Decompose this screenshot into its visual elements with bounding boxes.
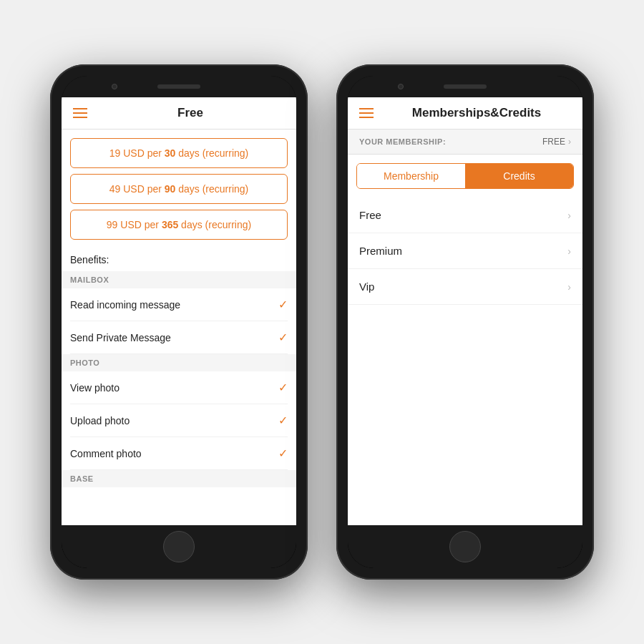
- plan-365-suffix: days (recurring): [178, 219, 251, 230]
- membership-list: Free › Premium › Vip ›: [348, 197, 582, 525]
- tab-credits[interactable]: Credits: [465, 164, 573, 188]
- list-item-vip-label: Vip: [359, 280, 374, 293]
- list-item-free-label: Free: [359, 209, 381, 221]
- list-item-vip-chevron: ›: [567, 281, 571, 293]
- plan-365-option[interactable]: 99 USD per 365 days (recurring): [70, 210, 288, 240]
- check-view-photo-icon: ✓: [278, 381, 288, 394]
- plan-90-prefix: 49 USD per: [109, 183, 165, 195]
- plan-365-prefix: 99 USD per: [107, 219, 162, 230]
- phone-2: Memberships&Credits YOUR MEMBERSHIP: FRE…: [336, 64, 594, 580]
- phone-2-screen: Memberships&Credits YOUR MEMBERSHIP: FRE…: [348, 97, 582, 525]
- tab-membership[interactable]: Membership: [357, 164, 465, 188]
- benefit-upload-photo: Upload photo ✓: [70, 404, 288, 437]
- benefit-read-message: Read incoming message ✓: [70, 288, 288, 321]
- scene: Free 19 USD per 30 days (recurring) 49 U…: [50, 64, 594, 580]
- benefit-send-message: Send Private Message ✓: [70, 321, 288, 354]
- plan-90-option[interactable]: 49 USD per 90 days (recurring): [70, 174, 288, 204]
- plan-30-prefix: 19 USD per: [109, 147, 165, 159]
- membership-banner-value: FREE ›: [542, 137, 571, 147]
- home-button-1[interactable]: [163, 531, 195, 562]
- benefits-section: Benefits: MAILBOX Read incoming message …: [62, 248, 296, 525]
- benefit-view-photo: View photo ✓: [70, 371, 288, 404]
- phone-2-top-bar: [348, 76, 582, 97]
- section-photo: PHOTO: [62, 354, 296, 371]
- phone-1-header: Free: [62, 97, 296, 130]
- membership-current-value: FREE: [542, 137, 565, 147]
- phone-1-title: Free: [96, 106, 285, 120]
- camera-2: [398, 84, 404, 89]
- phone-2-title: Memberships&Credits: [382, 106, 571, 120]
- list-item-premium-chevron: ›: [567, 245, 571, 257]
- phone-2-bottom: [348, 525, 582, 568]
- benefit-comment-photo-label: Comment photo: [70, 448, 142, 459]
- plan-30-suffix: days (recurring): [175, 147, 248, 159]
- membership-chevron-icon: ›: [568, 137, 571, 147]
- menu-icon-1[interactable]: [73, 108, 87, 118]
- list-item-vip[interactable]: Vip ›: [348, 269, 582, 305]
- check-read-message-icon: ✓: [278, 298, 288, 311]
- list-item-free-chevron: ›: [567, 210, 571, 221]
- list-item-premium-label: Premium: [359, 245, 402, 257]
- phone-1-screen: Free 19 USD per 30 days (recurring) 49 U…: [62, 97, 296, 525]
- phone-1-bottom: [62, 525, 296, 568]
- section-mailbox: MAILBOX: [62, 271, 296, 288]
- plan-90-days: 90: [165, 183, 176, 195]
- menu-icon-2[interactable]: [359, 108, 374, 118]
- speaker-2: [444, 84, 487, 89]
- benefits-label: Benefits:: [70, 254, 288, 271]
- list-item-premium[interactable]: Premium ›: [348, 233, 582, 269]
- plan-30-days: 30: [165, 147, 176, 159]
- plan-30-option[interactable]: 19 USD per 30 days (recurring): [70, 138, 288, 168]
- check-comment-photo-icon: ✓: [278, 447, 288, 460]
- plan-options: 19 USD per 30 days (recurring) 49 USD pe…: [62, 130, 296, 248]
- benefit-send-message-label: Send Private Message: [70, 332, 171, 343]
- benefit-read-message-label: Read incoming message: [70, 299, 180, 311]
- list-item-free[interactable]: Free ›: [348, 197, 582, 233]
- phone-1-top-bar: [62, 76, 296, 97]
- check-send-message-icon: ✓: [278, 331, 288, 344]
- membership-banner-label: YOUR MEMBERSHIP:: [359, 137, 446, 146]
- phone-2-inner: Memberships&Credits YOUR MEMBERSHIP: FRE…: [348, 76, 582, 568]
- camera-1: [112, 84, 117, 89]
- benefit-comment-photo: Comment photo ✓: [70, 437, 288, 470]
- plan-90-suffix: days (recurring): [175, 183, 248, 195]
- speaker-1: [157, 84, 200, 89]
- plan-365-days: 365: [162, 219, 178, 230]
- check-upload-photo-icon: ✓: [278, 414, 288, 427]
- section-base: BASE: [62, 470, 296, 487]
- home-button-2[interactable]: [449, 531, 481, 562]
- phone-2-header: Memberships&Credits: [348, 97, 582, 130]
- membership-banner[interactable]: YOUR MEMBERSHIP: FREE ›: [348, 130, 582, 155]
- phone-1-inner: Free 19 USD per 30 days (recurring) 49 U…: [62, 76, 296, 568]
- tab-switcher: Membership Credits: [356, 163, 574, 189]
- phone-1: Free 19 USD per 30 days (recurring) 49 U…: [50, 64, 308, 580]
- benefit-view-photo-label: View photo: [70, 382, 119, 394]
- benefit-upload-photo-label: Upload photo: [70, 415, 130, 426]
